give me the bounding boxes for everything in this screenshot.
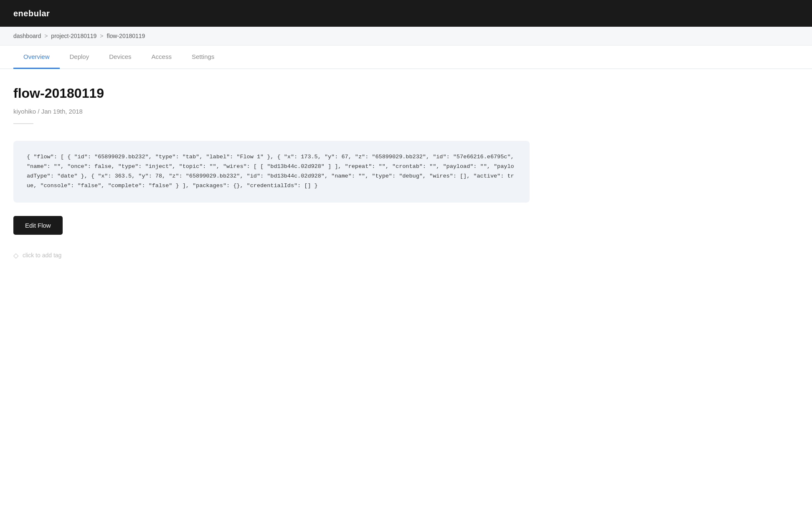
tab-overview[interactable]: Overview (13, 46, 60, 69)
tabs-nav: Overview Deploy Devices Access Settings (0, 46, 812, 69)
tab-access[interactable]: Access (142, 46, 182, 69)
tab-deploy[interactable]: Deploy (60, 46, 99, 69)
breadcrumb: dashboard > project-20180119 > flow-2018… (0, 27, 812, 46)
add-tag-row[interactable]: ◇ click to add tag (13, 251, 530, 259)
flow-meta: kiyohiko / Jan 19th, 2018 (13, 108, 530, 115)
app-logo: enebular (13, 9, 50, 18)
add-tag-label: click to add tag (23, 252, 61, 259)
breadcrumb-separator-1: > (44, 33, 48, 39)
breadcrumb-project[interactable]: project-20180119 (51, 33, 96, 39)
tab-settings[interactable]: Settings (182, 46, 224, 69)
flow-title: flow-20180119 (13, 86, 530, 101)
tag-icon: ◇ (13, 251, 18, 259)
breadcrumb-separator-2: > (100, 33, 103, 39)
breadcrumb-flow[interactable]: flow-20180119 (107, 33, 145, 39)
main-content: flow-20180119 kiyohiko / Jan 19th, 2018 … (0, 69, 543, 276)
topbar: enebular (0, 0, 812, 27)
divider (13, 123, 33, 124)
breadcrumb-dashboard[interactable]: dashboard (13, 33, 41, 39)
flow-code-block: { "flow": [ { "id": "65899029.bb232", "t… (13, 141, 530, 203)
tab-devices[interactable]: Devices (99, 46, 141, 69)
edit-flow-button[interactable]: Edit Flow (13, 216, 63, 235)
